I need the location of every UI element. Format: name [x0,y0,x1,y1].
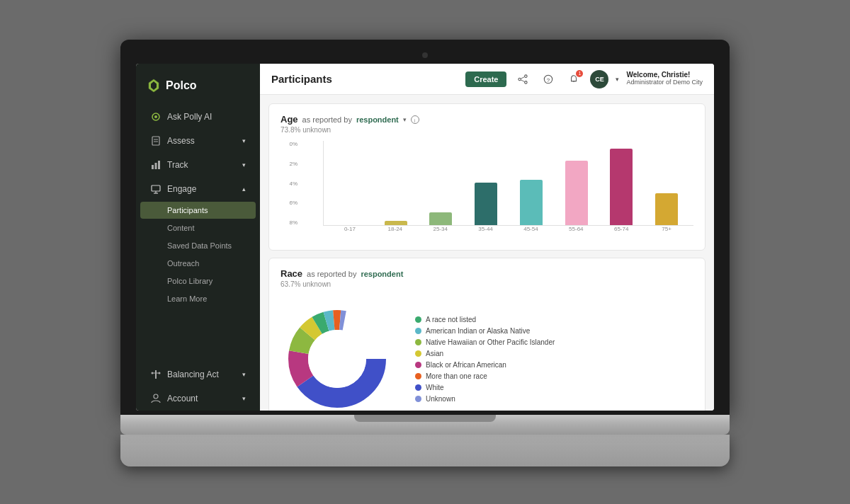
sidebar-ask-polly-label: Ask Polly AI [167,112,246,122]
sidebar-item-participants[interactable]: Participants [140,202,256,219]
bar-55-64 [565,161,588,225]
monitor-icon [150,183,162,195]
age-chart-subtitle-link[interactable]: respondent [356,115,399,124]
svg-point-15 [152,372,154,374]
bar-group-35-44 [466,183,506,225]
bar-chart-x-labels: 0-17 18-24 25-34 35-44 45-54 55-64 65-74… [323,226,693,232]
polco-logo-icon [146,78,162,93]
svg-rect-9 [158,161,160,169]
x-label-75plus: 75+ [647,226,686,232]
sidebar-item-engage[interactable]: Engage ▴ [140,178,256,200]
user-icon [150,393,162,404]
laptop-base [120,415,730,435]
page-body: Age as reported by respondent ▾ i 73.8% … [260,95,714,411]
donut-svg-wrapper [280,302,394,411]
age-chart-title-row: Age as reported by respondent ▾ i [280,114,693,125]
race-chart-card: Race as reported by respondent 63.7% unk… [268,258,706,411]
notification-badge: 1 [576,70,583,77]
donut-chart-container: A race not listed American Indian or Ala… [280,295,693,411]
y-label-8: 8% [280,219,300,226]
svg-point-19 [518,78,521,81]
race-chart-subtitle-link[interactable]: respondent [361,270,403,278]
svg-point-17 [154,394,158,399]
account-chevron-icon: ▾ [242,395,246,402]
sidebar-item-content[interactable]: Content [140,219,256,236]
legend-item-white: White [415,384,555,391]
assess-chevron-icon: ▾ [242,137,246,144]
legend-label-black: Black or African American [426,361,506,369]
bar-chart: 8% 6% 4% 2% 0% [280,141,693,240]
engage-submenu: Participants Content Saved Data Points O… [136,201,260,308]
y-label-4: 4% [280,181,300,187]
svg-rect-7 [152,165,154,169]
laptop-bottom [120,435,730,466]
svg-point-3 [154,115,157,118]
svg-point-16 [159,372,161,374]
svg-line-21 [521,76,525,79]
balancing-act-chevron-icon: ▾ [242,371,246,378]
legend-dot-more-than-one [415,373,421,379]
race-chart-title-row: Race as reported by respondent [280,268,693,279]
sidebar-item-ask-polly-ai[interactable]: Ask Polly AI [140,105,256,128]
sidebar-item-learn-more[interactable]: Learn More [140,290,256,307]
bar-group-45-54 [511,180,551,225]
sidebar-item-outreach[interactable]: Outreach [140,255,256,272]
legend-item-black: Black or African American [415,361,555,369]
sidebar-item-saved-data-points[interactable]: Saved Data Points [140,237,256,254]
sidebar-item-account[interactable]: Account ▾ [140,387,256,410]
bar-group-55-64 [557,161,596,225]
age-chart-title: Age [280,114,298,125]
sparkle-icon [150,111,162,122]
share-button[interactable] [514,70,532,88]
legend-dot-native-hawaiian [415,339,421,345]
svg-rect-8 [155,163,157,169]
create-button[interactable]: Create [465,71,506,87]
y-label-0: 0% [280,141,300,147]
y-label-2: 2% [280,161,300,167]
camera [422,52,428,58]
svg-point-18 [525,74,528,77]
legend-label-more-than-one: More than one race [426,372,487,380]
svg-text:i: i [414,118,415,122]
header: Participants Create [260,64,714,95]
age-chart-card: Age as reported by respondent ▾ i 73.8% … [268,103,706,251]
sidebar-track-label: Track [167,160,237,170]
bar-group-75plus [647,193,686,225]
sidebar-logo-text: Polco [166,79,197,92]
bar-chart-inner: 0-17 18-24 25-34 35-44 45-54 55-64 65-74… [302,141,693,232]
legend-item-not-listed: A race not listed [415,316,555,323]
sidebar-item-balancing-act[interactable]: Balancing Act ▾ [140,363,256,386]
bar-chart-icon [150,159,162,171]
sidebar-balancing-act-label: Balancing Act [167,370,237,379]
legend-dot-american-indian [415,328,421,334]
user-welcome: Welcome, Christie! [626,71,703,79]
bar-35-44 [475,183,497,225]
x-label-65-74: 65-74 [601,226,641,232]
race-chart-unknown: 63.7% unknown [280,280,693,288]
sidebar-assess-label: Assess [167,136,237,146]
sidebar-logo: Polco [136,71,260,105]
info-icon: i [411,115,419,124]
donut-chart-svg [280,302,394,411]
clipboard-icon [150,135,162,147]
help-button[interactable]: ? [539,70,557,88]
bar-45-54 [520,180,543,225]
x-label-25-34: 25-34 [421,226,460,232]
balance-icon [150,369,162,380]
age-chart-subtitle-prefix: as reported by [302,115,352,124]
sidebar-item-assess[interactable]: Assess ▾ [140,130,256,152]
sidebar-item-track[interactable]: Track ▾ [140,154,256,176]
bar-group-65-74 [602,149,642,225]
laptop-container: Polco Ask Polly AI [120,40,730,464]
svg-rect-13 [155,370,157,379]
age-chart-unknown: 73.8% unknown [280,126,693,134]
sidebar-item-polco-library[interactable]: Polco Library [140,273,256,290]
bar-group-18-24 [376,221,416,225]
age-chart-dropdown-icon[interactable]: ▾ [403,116,407,123]
screen: Polco Ask Polly AI [136,64,714,411]
legend-label-unknown: Unknown [426,395,455,403]
svg-rect-10 [152,185,160,191]
engage-chevron-icon: ▴ [242,185,246,193]
legend-label-american-indian: American Indian or Alaska Native [426,327,530,335]
donut-legend: A race not listed American Indian or Ala… [415,316,555,403]
